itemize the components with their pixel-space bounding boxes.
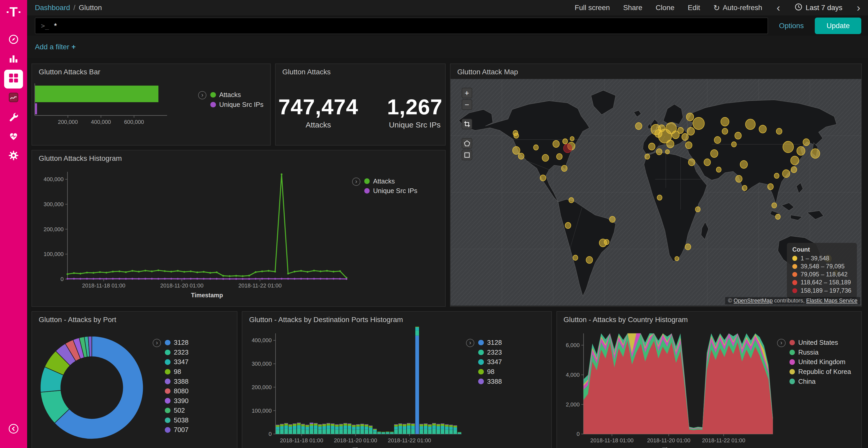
legend-item[interactable]: 3128: [165, 339, 188, 346]
edit-button[interactable]: Edit: [688, 4, 700, 12]
stacked-bar-segment[interactable]: [352, 427, 356, 430]
stacked-bar-segment[interactable]: [276, 425, 280, 425]
attack-location-circle[interactable]: [774, 173, 779, 178]
legend-item[interactable]: 98: [478, 368, 502, 376]
attack-location-circle[interactable]: [569, 198, 574, 203]
attack-location-circle[interactable]: [561, 165, 567, 172]
stacked-bar-segment[interactable]: [365, 430, 368, 434]
attack-location-circle[interactable]: [776, 128, 782, 134]
line-series[interactable]: [67, 279, 346, 279]
stacked-bar-segment[interactable]: [449, 427, 453, 430]
attack-location-circle[interactable]: [704, 159, 710, 166]
stacked-bar-segment[interactable]: [331, 424, 335, 426]
stacked-bar-segment[interactable]: [411, 426, 415, 429]
stacked-bar-segment[interactable]: [420, 429, 423, 434]
stacked-bar-segment[interactable]: [411, 424, 415, 426]
map-draw-rectangle-button[interactable]: [462, 150, 472, 160]
stacked-bar-segment[interactable]: [428, 425, 432, 426]
attack-location-circle[interactable]: [783, 141, 794, 153]
query-input[interactable]: [54, 22, 762, 30]
stacked-bar-segment[interactable]: [327, 429, 330, 434]
attack-location-circle[interactable]: [742, 185, 747, 191]
stacked-bar-segment[interactable]: [428, 426, 432, 430]
attack-location-circle[interactable]: [658, 129, 672, 143]
attack-location-circle[interactable]: [540, 175, 546, 181]
attack-location-circle[interactable]: [682, 133, 688, 140]
attack-location-circle[interactable]: [772, 203, 777, 208]
stacked-bar-segment[interactable]: [318, 426, 322, 430]
attack-location-circle[interactable]: [776, 214, 780, 219]
stacked-bar-segment[interactable]: [276, 425, 280, 427]
sidebar-collapse-button[interactable]: [4, 420, 23, 439]
stacked-bar-segment[interactable]: [344, 425, 347, 429]
donut-chart[interactable]: [36, 334, 153, 446]
stacked-bar-segment[interactable]: [424, 423, 428, 424]
sidebar-item-management[interactable]: [4, 147, 23, 166]
stacked-bar-segment[interactable]: [301, 424, 305, 426]
stacked-bar-segment[interactable]: [301, 424, 305, 424]
sidebar-item-dashboard[interactable]: [4, 70, 23, 89]
stacked-bar-segment[interactable]: [297, 425, 301, 429]
stacked-bar-segment[interactable]: [284, 429, 288, 434]
stacked-bar-segment[interactable]: [288, 426, 292, 430]
legend-item[interactable]: 3388: [165, 378, 188, 385]
stacked-bar-segment[interactable]: [407, 423, 410, 425]
attack-location-circle[interactable]: [791, 167, 797, 173]
stacked-bar-segment[interactable]: [297, 423, 301, 425]
stacked-bar-segment[interactable]: [335, 425, 339, 426]
stacked-bar-segment[interactable]: [365, 424, 368, 425]
map-draw-polygon-button[interactable]: [462, 138, 472, 149]
attack-location-circle[interactable]: [721, 117, 729, 126]
stacked-bar-segment[interactable]: [310, 426, 313, 429]
attack-location-circle[interactable]: [533, 145, 538, 150]
stacked-bar-segment[interactable]: [306, 425, 309, 425]
attack-location-circle[interactable]: [519, 153, 524, 159]
full-screen-button[interactable]: Full screen: [575, 4, 610, 12]
stacked-bar-segment[interactable]: [280, 424, 284, 426]
stacked-bar-segment[interactable]: [399, 423, 402, 424]
attack-location-circle[interactable]: [686, 113, 694, 121]
clone-button[interactable]: Clone: [656, 4, 675, 12]
stacked-bar-segment[interactable]: [344, 423, 347, 424]
legend-toggle-icon[interactable]: ›: [466, 339, 474, 347]
legend-toggle-icon[interactable]: ›: [153, 339, 161, 347]
stacked-bar-segment[interactable]: [407, 429, 410, 434]
sidebar-item-monitoring[interactable]: [4, 128, 23, 146]
stacked-bar-segment[interactable]: [314, 425, 317, 429]
stacked-bar-segment[interactable]: [394, 425, 398, 426]
attack-location-circle[interactable]: [688, 159, 695, 166]
legend-item[interactable]: 5038: [165, 416, 188, 424]
attack-location-circle[interactable]: [563, 144, 572, 153]
stacked-bar-segment[interactable]: [390, 432, 394, 432]
attack-location-circle[interactable]: [685, 244, 691, 250]
legend-item[interactable]: China: [789, 378, 851, 385]
stacked-bar-segment[interactable]: [361, 429, 364, 434]
stacked-bar-segment[interactable]: [381, 433, 385, 434]
attack-location-circle[interactable]: [556, 153, 562, 160]
stacked-bar-segment[interactable]: [327, 423, 330, 424]
stacked-bar-segment[interactable]: [390, 433, 394, 434]
stacked-bar-segment[interactable]: [411, 429, 415, 434]
stacked-bar-segment[interactable]: [437, 424, 440, 426]
stacked-bar-segment[interactable]: [415, 331, 419, 336]
stacked-bar-segment[interactable]: [352, 430, 356, 434]
stacked-bar-segment[interactable]: [458, 433, 461, 434]
stacked-bar-segment[interactable]: [369, 430, 373, 434]
stacked-bar-segment[interactable]: [399, 424, 402, 426]
map-fit-bounds-button[interactable]: [462, 119, 472, 129]
attack-location-circle[interactable]: [791, 156, 799, 165]
stacked-bar-segment[interactable]: [415, 327, 419, 327]
elastic-maps-service-link[interactable]: Elastic Maps Service: [806, 298, 858, 304]
attack-location-circle[interactable]: [735, 132, 741, 139]
legend-item[interactable]: Unique Src IPs: [364, 187, 417, 195]
bar-segment[interactable]: [35, 103, 37, 114]
stacked-bar-segment[interactable]: [403, 424, 406, 424]
stacked-bar-segment[interactable]: [306, 425, 309, 427]
attack-location-circle[interactable]: [716, 167, 721, 172]
stacked-bar-chart[interactable]: 0100,000200,000300,000400,0002018-11-18 …: [242, 327, 466, 448]
stacked-bar-segment[interactable]: [420, 424, 423, 426]
stacked-bar-segment[interactable]: [428, 424, 432, 425]
stacked-bar-segment[interactable]: [386, 432, 389, 433]
legend-item[interactable]: 2323: [165, 349, 188, 356]
stacked-bar-segment[interactable]: [293, 426, 296, 429]
